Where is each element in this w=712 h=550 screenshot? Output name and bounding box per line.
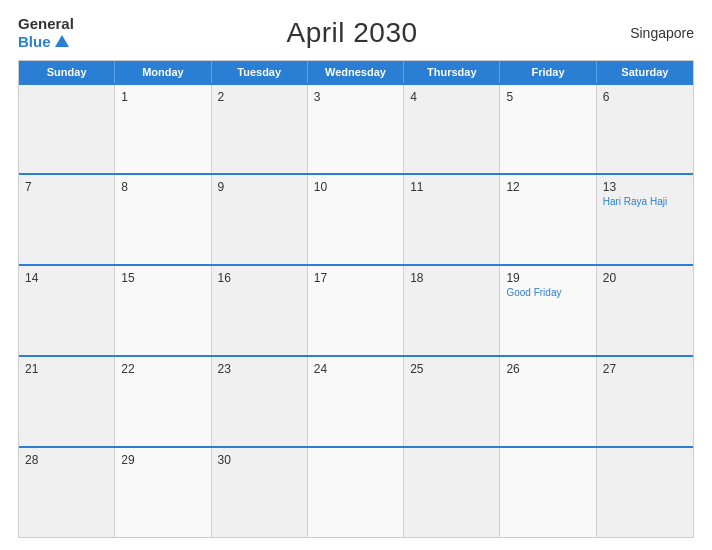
day-header-friday: Friday: [500, 61, 596, 83]
calendar-week-4: 21222324252627: [19, 355, 693, 446]
calendar-cell: 3: [308, 85, 404, 174]
calendar-cell: 4: [404, 85, 500, 174]
calendar-cell: 5: [500, 85, 596, 174]
calendar-cell: [404, 448, 500, 537]
day-header-saturday: Saturday: [597, 61, 693, 83]
day-number: 23: [218, 362, 301, 376]
day-number: 4: [410, 90, 493, 104]
calendar-header: General Blue April 2030 Singapore: [18, 16, 694, 50]
day-number: 19: [506, 271, 589, 285]
calendar-week-1: 123456: [19, 83, 693, 174]
calendar-cell: 16: [212, 266, 308, 355]
day-number: 7: [25, 180, 108, 194]
calendar-cell: 6: [597, 85, 693, 174]
day-number: 24: [314, 362, 397, 376]
day-number: 3: [314, 90, 397, 104]
logo-triangle-icon: [55, 35, 69, 47]
day-number: 6: [603, 90, 687, 104]
calendar-day-headers: SundayMondayTuesdayWednesdayThursdayFrid…: [19, 61, 693, 83]
calendar-cell: 24: [308, 357, 404, 446]
calendar-cell: 2: [212, 85, 308, 174]
day-header-wednesday: Wednesday: [308, 61, 404, 83]
calendar-cell: [19, 85, 115, 174]
day-header-monday: Monday: [115, 61, 211, 83]
day-number: 14: [25, 271, 108, 285]
day-number: 12: [506, 180, 589, 194]
calendar-cell: 23: [212, 357, 308, 446]
day-number: 5: [506, 90, 589, 104]
calendar-cell: 7: [19, 175, 115, 264]
day-number: 11: [410, 180, 493, 194]
calendar-cell: 22: [115, 357, 211, 446]
day-number: 17: [314, 271, 397, 285]
day-number: 1: [121, 90, 204, 104]
calendar-week-2: 78910111213Hari Raya Haji: [19, 173, 693, 264]
calendar-cell: [500, 448, 596, 537]
calendar-cell: 8: [115, 175, 211, 264]
holiday-label: Good Friday: [506, 287, 589, 299]
calendar-cell: 9: [212, 175, 308, 264]
calendar-cell: 15: [115, 266, 211, 355]
calendar-cell: 19Good Friday: [500, 266, 596, 355]
calendar-title: April 2030: [286, 17, 417, 49]
day-number: 22: [121, 362, 204, 376]
calendar-cell: 30: [212, 448, 308, 537]
calendar-cell: 10: [308, 175, 404, 264]
logo-general-text: General: [18, 16, 74, 33]
day-number: 27: [603, 362, 687, 376]
calendar-cell: 18: [404, 266, 500, 355]
day-number: 28: [25, 453, 108, 467]
day-number: 25: [410, 362, 493, 376]
calendar-body: 12345678910111213Hari Raya Haji141516171…: [19, 83, 693, 538]
logo: General Blue: [18, 16, 74, 50]
day-number: 29: [121, 453, 204, 467]
page-container: General Blue April 2030 Singapore Sunday…: [0, 0, 712, 550]
day-header-tuesday: Tuesday: [212, 61, 308, 83]
calendar-cell: 28: [19, 448, 115, 537]
calendar-grid: SundayMondayTuesdayWednesdayThursdayFrid…: [18, 60, 694, 539]
calendar-cell: 14: [19, 266, 115, 355]
day-number: 8: [121, 180, 204, 194]
calendar-cell: 17: [308, 266, 404, 355]
calendar-cell: 13Hari Raya Haji: [597, 175, 693, 264]
region-label: Singapore: [630, 25, 694, 41]
calendar-cell: 29: [115, 448, 211, 537]
day-number: 30: [218, 453, 301, 467]
day-header-thursday: Thursday: [404, 61, 500, 83]
calendar-cell: 21: [19, 357, 115, 446]
day-number: 9: [218, 180, 301, 194]
calendar-cell: 12: [500, 175, 596, 264]
day-number: 21: [25, 362, 108, 376]
holiday-label: Hari Raya Haji: [603, 196, 687, 208]
calendar-cell: [308, 448, 404, 537]
day-number: 10: [314, 180, 397, 194]
day-header-sunday: Sunday: [19, 61, 115, 83]
day-number: 26: [506, 362, 589, 376]
day-number: 15: [121, 271, 204, 285]
calendar-cell: 11: [404, 175, 500, 264]
day-number: 2: [218, 90, 301, 104]
calendar-cell: 1: [115, 85, 211, 174]
day-number: 18: [410, 271, 493, 285]
calendar-week-3: 141516171819Good Friday20: [19, 264, 693, 355]
day-number: 16: [218, 271, 301, 285]
calendar-cell: 27: [597, 357, 693, 446]
calendar-cell: 25: [404, 357, 500, 446]
calendar-cell: [597, 448, 693, 537]
day-number: 20: [603, 271, 687, 285]
logo-blue-text: Blue: [18, 33, 69, 50]
day-number: 13: [603, 180, 687, 194]
calendar-week-5: 282930: [19, 446, 693, 537]
calendar-cell: 20: [597, 266, 693, 355]
calendar-cell: 26: [500, 357, 596, 446]
